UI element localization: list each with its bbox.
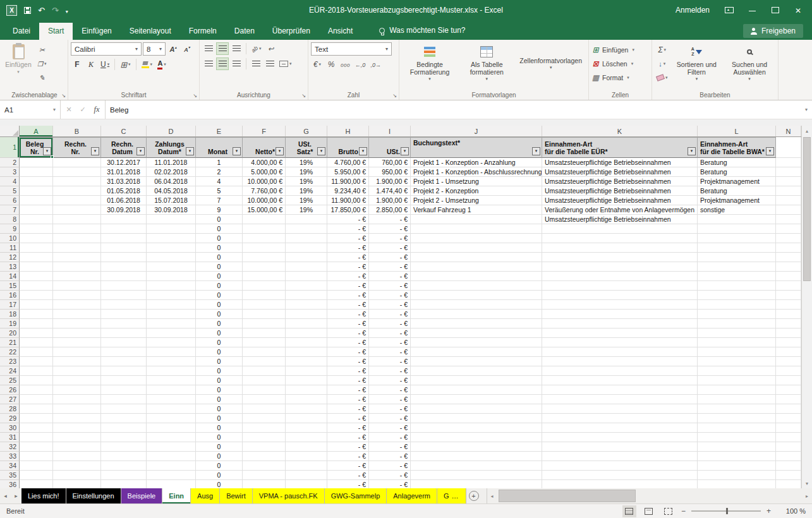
cell-E27[interactable]: 0: [196, 395, 243, 404]
formula-input[interactable]: Beleg: [106, 100, 801, 119]
header-cell-G1[interactable]: USt. Satz*: [286, 137, 327, 158]
cell-G22[interactable]: [286, 347, 327, 357]
cell-K10[interactable]: [542, 234, 698, 243]
cell-F22[interactable]: [243, 347, 286, 357]
cell-I24[interactable]: - €: [369, 366, 411, 376]
cell-F20[interactable]: [243, 328, 286, 338]
cell-L30[interactable]: [698, 423, 776, 433]
cell-D4[interactable]: 06.04.2018: [147, 177, 196, 186]
cell-A10[interactable]: [20, 234, 53, 243]
align-bottom-button[interactable]: [230, 42, 243, 55]
ribbon-tab-datei[interactable]: Datei: [4, 23, 39, 40]
filter-button-F[interactable]: [276, 147, 284, 155]
cell-K26[interactable]: [542, 385, 698, 395]
cell-K11[interactable]: [542, 243, 698, 253]
cell-B6[interactable]: [53, 196, 101, 205]
cell-H19[interactable]: - €: [327, 319, 369, 328]
insert-function-icon[interactable]: fx: [90, 105, 104, 114]
decrease-indent-button[interactable]: [250, 57, 262, 70]
cell-D25[interactable]: [147, 376, 196, 385]
wrap-text-button[interactable]: [265, 42, 277, 55]
row-header-7[interactable]: 7: [0, 205, 20, 215]
cell-F14[interactable]: [243, 272, 286, 281]
cell-E17[interactable]: 0: [196, 300, 243, 310]
cell-I30[interactable]: - €: [369, 423, 411, 433]
cell-I17[interactable]: - €: [369, 300, 411, 310]
cell-A16[interactable]: [20, 291, 53, 300]
header-cell-B1[interactable]: Rechn. Nr.: [53, 137, 101, 158]
filter-button-D[interactable]: [186, 147, 194, 155]
cell-H5[interactable]: 9.234,40 €: [327, 186, 369, 196]
cell-E7[interactable]: 9: [196, 205, 243, 215]
column-header-B[interactable]: B: [53, 126, 101, 136]
cell-J17[interactable]: [411, 300, 542, 310]
cell-F24[interactable]: [243, 366, 286, 376]
cell-I11[interactable]: - €: [369, 243, 411, 253]
cell-E19[interactable]: 0: [196, 319, 243, 328]
comma-style-button[interactable]: [339, 58, 352, 71]
cell-B14[interactable]: [53, 272, 101, 281]
cell-I25[interactable]: - €: [369, 376, 411, 385]
cell-G3[interactable]: 19%: [286, 167, 327, 177]
cell-A17[interactable]: [20, 300, 53, 310]
row-header-24[interactable]: 24: [0, 366, 20, 376]
cell-E14[interactable]: 0: [196, 272, 243, 281]
cell-I33[interactable]: - €: [369, 452, 411, 461]
cell-D17[interactable]: [147, 300, 196, 310]
sheet-tab-lies-mich[interactable]: Lies mich!: [21, 488, 66, 503]
filter-button-L[interactable]: [766, 147, 774, 155]
filter-button-E[interactable]: [233, 147, 241, 155]
cell-D10[interactable]: [147, 234, 196, 243]
cell-B7[interactable]: [53, 205, 101, 215]
cell-L35[interactable]: [698, 471, 776, 480]
cell-F34[interactable]: [243, 461, 286, 471]
cell-C36[interactable]: [101, 480, 147, 488]
cell-H20[interactable]: - €: [327, 328, 369, 338]
font-size-select[interactable]: 8: [143, 42, 166, 56]
cell-J35[interactable]: [411, 471, 542, 480]
cell-G28[interactable]: [286, 404, 327, 414]
cell-E15[interactable]: 0: [196, 281, 243, 291]
format-as-table-button[interactable]: Als Tabelle formatieren: [459, 42, 514, 88]
cell-A11[interactable]: [20, 243, 53, 253]
cell-N16[interactable]: [776, 291, 801, 300]
header-cell-H1[interactable]: Brutto: [327, 137, 369, 158]
cell-E26[interactable]: 0: [196, 385, 243, 395]
save-icon[interactable]: [24, 7, 31, 14]
cell-H30[interactable]: - €: [327, 423, 369, 433]
cell-E23[interactable]: 0: [196, 357, 243, 366]
cell-L17[interactable]: [698, 300, 776, 310]
redo-icon[interactable]: [52, 6, 59, 15]
column-header-A[interactable]: A: [20, 126, 53, 136]
cell-F3[interactable]: 5.000,00 €: [243, 167, 286, 177]
cell-K9[interactable]: [542, 224, 698, 234]
conditional-formatting-button[interactable]: Bedingte Formatierung: [402, 42, 458, 88]
cell-E9[interactable]: 0: [196, 224, 243, 234]
cell-G7[interactable]: 19%: [286, 205, 327, 215]
cell-L15[interactable]: [698, 281, 776, 291]
cell-I2[interactable]: 760,00 €: [369, 158, 411, 167]
cell-C12[interactable]: [101, 253, 147, 262]
vertical-scroll-thumb[interactable]: [803, 137, 811, 281]
cell-K3[interactable]: Umsatzsteuerpflichtige Betriebseinnahmen: [542, 167, 698, 177]
cell-E31[interactable]: 0: [196, 433, 243, 442]
cell-H6[interactable]: 11.900,00 €: [327, 196, 369, 205]
cell-A33[interactable]: [20, 452, 53, 461]
cell-A29[interactable]: [20, 414, 53, 423]
cell-N35[interactable]: [776, 471, 801, 480]
cell-J9[interactable]: [411, 224, 542, 234]
cell-B10[interactable]: [53, 234, 101, 243]
cell-H32[interactable]: - €: [327, 442, 369, 452]
cell-N33[interactable]: [776, 452, 801, 461]
cell-K7[interactable]: Veräußerung oder Entnahme von Anlageverm…: [542, 205, 698, 215]
cell-F2[interactable]: 4.000,00 €: [243, 158, 286, 167]
cell-F33[interactable]: [243, 452, 286, 461]
cell-G9[interactable]: [286, 224, 327, 234]
minimize-button[interactable]: [749, 6, 756, 14]
bold-button[interactable]: F: [71, 58, 83, 71]
zoom-level[interactable]: 100 %: [777, 507, 806, 515]
cell-K16[interactable]: [542, 291, 698, 300]
cell-E21[interactable]: 0: [196, 338, 243, 347]
new-sheet-button[interactable]: [466, 488, 482, 503]
cell-B2[interactable]: [53, 158, 101, 167]
